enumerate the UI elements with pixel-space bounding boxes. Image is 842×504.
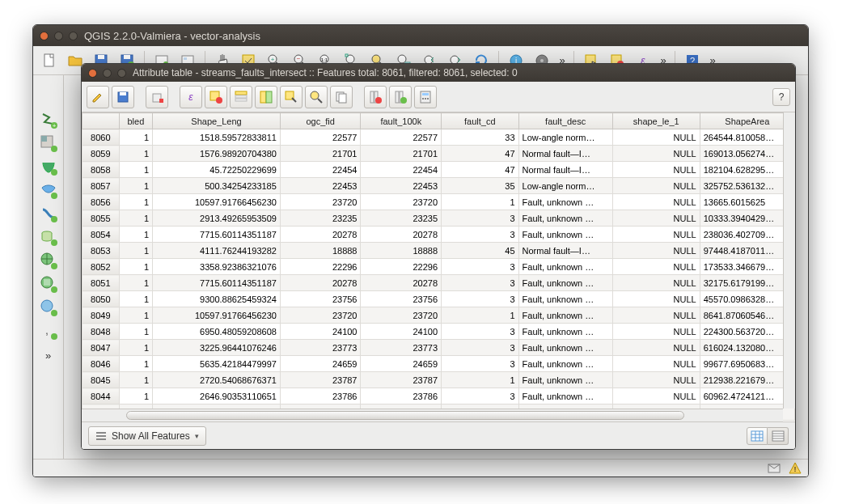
table-cell[interactable]: 47 [442, 162, 518, 178]
table-cell[interactable]: 7715.60114351187 [153, 275, 281, 291]
attribute-table[interactable]: bled Shape_Leng ogc_fid fault_100k fault… [82, 112, 795, 421]
table-cell[interactable]: 23235 [361, 210, 442, 227]
table-cell[interactable]: 21701 [361, 146, 442, 162]
table-cell[interactable]: 8046 [83, 356, 120, 372]
table-cell[interactable]: 20278 [280, 227, 361, 243]
table-cell[interactable]: 8050 [83, 291, 120, 307]
table-cell[interactable]: 24100 [280, 324, 361, 340]
table-cell[interactable]: 2646.90353110651 [153, 388, 281, 404]
table-cell[interactable]: 182104.628295… [700, 162, 794, 178]
table-row[interactable]: 805417715.6011435118720278202783Fault, u… [83, 227, 795, 243]
table-cell[interactable]: 10333.3940429… [700, 210, 794, 227]
table-cell[interactable]: 33 [442, 129, 518, 146]
table-cell[interactable]: 18888 [361, 243, 442, 259]
save-edits-button[interactable] [112, 86, 134, 108]
table-cell[interactable]: NULL [612, 146, 700, 162]
table-cell[interactable]: 1 [119, 291, 153, 307]
select-by-expression-button[interactable]: ε [180, 86, 202, 108]
add-vector-layer-icon[interactable]: + [38, 109, 59, 130]
table-cell[interactable]: 238036.402709… [700, 227, 794, 243]
table-cell[interactable]: 8060 [83, 129, 120, 146]
window-close-button[interactable] [40, 32, 49, 40]
table-cell[interactable]: 22454 [361, 162, 442, 178]
table-cell[interactable]: 3 [442, 340, 518, 356]
table-cell[interactable]: 22453 [361, 178, 442, 194]
table-cell[interactable]: 212938.221679… [700, 372, 794, 388]
table-cell[interactable]: 8057 [83, 178, 120, 194]
table-cell[interactable]: 23756 [280, 291, 361, 307]
table-cell[interactable]: 24659 [361, 356, 442, 372]
table-cell[interactable]: 3 [442, 388, 518, 404]
table-cell[interactable]: 8059 [83, 146, 120, 162]
table-cell[interactable]: 23756 [361, 291, 442, 307]
table-cell[interactable]: 1 [119, 162, 153, 178]
table-cell[interactable]: 1 [119, 372, 153, 388]
table-cell[interactable]: 616024.132080… [700, 340, 794, 356]
col-header-fault-100k[interactable]: fault_100k [361, 113, 442, 129]
delete-column-button[interactable] [364, 86, 387, 108]
table-cell[interactable]: 1 [119, 324, 153, 340]
table-cell[interactable]: 18888 [280, 243, 361, 259]
add-spatialite-layer-icon[interactable] [38, 180, 59, 201]
table-cell[interactable]: 22577 [280, 129, 361, 146]
add-wcs-layer-icon[interactable] [38, 273, 59, 294]
horizontal-scrollbar[interactable] [82, 409, 783, 421]
attr-close-button[interactable] [88, 69, 97, 78]
table-cell[interactable]: Fault, unknown … [518, 259, 612, 275]
table-cell[interactable]: 22296 [361, 259, 442, 275]
table-cell[interactable]: 20278 [361, 227, 442, 243]
table-cell[interactable]: 325752.536132… [700, 178, 794, 194]
table-cell[interactable]: 23720 [361, 307, 442, 324]
invert-selection-button[interactable] [255, 86, 277, 108]
table-cell[interactable]: 1 [119, 129, 153, 146]
show-all-features-button[interactable]: Show All Features ▾ [88, 426, 206, 446]
table-cell[interactable]: Fault, unknown … [518, 388, 612, 404]
table-cell[interactable]: 8047 [83, 340, 120, 356]
table-cell[interactable]: Fault, unknown … [518, 356, 612, 372]
table-cell[interactable]: 1 [119, 146, 153, 162]
table-cell[interactable]: 2720.54068676371 [153, 372, 281, 388]
table-row[interactable]: 805019300.8862545932423756237563Fault, u… [83, 291, 795, 307]
table-cell[interactable]: Low-angle norm… [518, 129, 612, 146]
table-cell[interactable]: 21701 [280, 146, 361, 162]
table-cell[interactable]: 1 [119, 194, 153, 210]
table-row[interactable]: 805911576.98920704380217012170147Normal … [83, 146, 795, 162]
col-header-ogc-fid[interactable]: ogc_fid [280, 113, 361, 129]
table-cell[interactable]: NULL [612, 291, 700, 307]
table-row[interactable]: 804816950.4805920860824100241003Fault, u… [83, 324, 795, 340]
table-cell[interactable]: 8055 [83, 210, 120, 227]
attr-titlebar[interactable]: Attribute table - streams_faults_interse… [82, 64, 795, 82]
table-cell[interactable]: 3225.96441076246 [153, 340, 281, 356]
table-row[interactable]: 8049110597.9176645623023720237201Fault, … [83, 307, 795, 324]
table-cell[interactable]: 3 [442, 210, 518, 227]
table-cell[interactable]: 1 [119, 388, 153, 404]
table-cell[interactable]: 3 [442, 291, 518, 307]
add-mssql-layer-icon[interactable] [38, 203, 59, 224]
table-cell[interactable]: 1 [119, 275, 153, 291]
table-cell[interactable]: 6950.48059208608 [153, 324, 281, 340]
table-cell[interactable]: 8056 [83, 194, 120, 210]
table-cell[interactable]: 24100 [361, 324, 442, 340]
table-cell[interactable]: 32175.6179199… [700, 275, 794, 291]
table-cell[interactable]: 224300.563720… [700, 324, 794, 340]
attr-help-button[interactable]: ? [772, 88, 790, 106]
table-cell[interactable]: 13665.6015625 [700, 194, 794, 210]
table-cell[interactable]: 23720 [280, 194, 361, 210]
table-row[interactable]: 805213358.9238632107622296222963Fault, u… [83, 259, 795, 275]
table-cell[interactable]: 23773 [361, 340, 442, 356]
table-cell[interactable]: 1 [119, 227, 153, 243]
table-cell[interactable]: 3 [442, 259, 518, 275]
table-cell[interactable]: 20278 [280, 275, 361, 291]
table-cell[interactable]: 22296 [280, 259, 361, 275]
pan-to-selected-button[interactable] [280, 86, 303, 108]
add-wfs-layer-icon[interactable] [38, 297, 59, 318]
table-cell[interactable]: 23235 [280, 210, 361, 227]
table-cell[interactable]: 23720 [361, 194, 442, 210]
table-cell[interactable]: NULL [612, 194, 700, 210]
table-cell[interactable]: NULL [612, 356, 700, 372]
attr-minimize-button[interactable] [103, 69, 112, 78]
table-row[interactable]: 804615635.4218447999724659246593Fault, u… [83, 356, 795, 372]
zoom-to-selected-button[interactable] [305, 86, 328, 108]
table-cell[interactable]: 22454 [280, 162, 361, 178]
col-header-fault-desc[interactable]: fault_desc [518, 113, 612, 129]
